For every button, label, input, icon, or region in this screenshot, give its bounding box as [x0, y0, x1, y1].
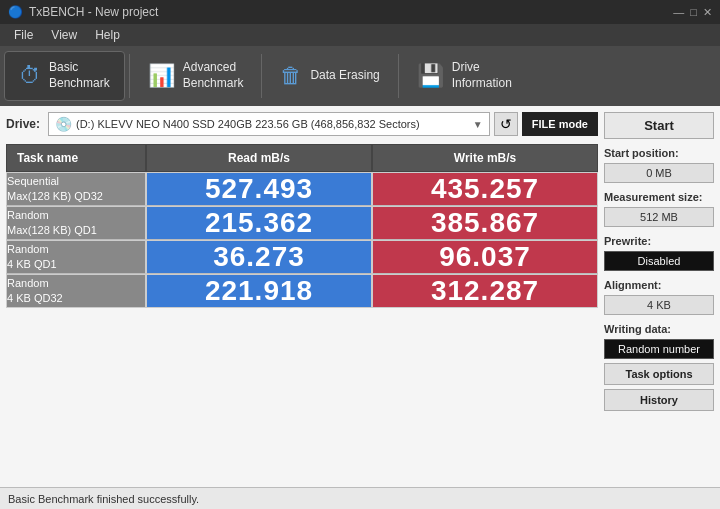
- left-panel: Drive: 💿 (D:) KLEVV NEO N400 SSD 240GB 2…: [6, 112, 598, 481]
- toolbar-basic-benchmark[interactable]: ⏱ BasicBenchmark: [4, 51, 125, 101]
- col-write: Write mB/s: [372, 144, 598, 172]
- drive-information-label: DriveInformation: [452, 60, 512, 91]
- close-btn[interactable]: ✕: [703, 6, 712, 19]
- write-random-4kb-qd1: 96.037: [372, 240, 598, 274]
- drive-information-icon: 💾: [417, 63, 444, 89]
- window-controls[interactable]: — □ ✕: [673, 6, 712, 19]
- maximize-btn[interactable]: □: [690, 6, 697, 19]
- menu-view[interactable]: View: [43, 26, 85, 44]
- benchmark-table: Task name Read mB/s Write mB/s Sequentia…: [6, 144, 598, 308]
- measurement-size-label: Measurement size:: [604, 191, 714, 203]
- separator-1: [129, 54, 130, 98]
- app-title: TxBENCH - New project: [29, 5, 158, 19]
- title-bar: 🔵 TxBENCH - New project — □ ✕: [0, 0, 720, 24]
- table-header-row: Task name Read mB/s Write mB/s: [6, 144, 598, 172]
- table-row: RandomMax(128 KB) QD1 215.362 385.867: [6, 206, 598, 240]
- col-read: Read mB/s: [146, 144, 372, 172]
- drive-refresh-button[interactable]: ↺: [494, 112, 518, 136]
- col-task-name: Task name: [6, 144, 146, 172]
- drive-label: Drive:: [6, 117, 40, 131]
- measurement-size-value: 512 MB: [604, 207, 714, 227]
- data-erasing-icon: 🗑: [280, 63, 302, 89]
- start-button[interactable]: Start: [604, 112, 714, 139]
- drive-small-icon: 💿: [55, 116, 72, 132]
- drive-row: Drive: 💿 (D:) KLEVV NEO N400 SSD 240GB 2…: [6, 112, 598, 136]
- writing-data-value[interactable]: Random number: [604, 339, 714, 359]
- alignment-label: Alignment:: [604, 279, 714, 291]
- file-mode-button[interactable]: FILE mode: [522, 112, 598, 136]
- read-sequential: 527.493: [146, 172, 372, 206]
- task-random-4kb-qd32: Random4 KB QD32: [6, 274, 146, 308]
- start-position-label: Start position:: [604, 147, 714, 159]
- read-random-4kb-qd32: 221.918: [146, 274, 372, 308]
- toolbar-drive-information[interactable]: 💾 DriveInformation: [403, 51, 526, 101]
- task-random-4kb-qd1: Random4 KB QD1: [6, 240, 146, 274]
- toolbar-data-erasing[interactable]: 🗑 Data Erasing: [266, 51, 393, 101]
- menu-help[interactable]: Help: [87, 26, 128, 44]
- advanced-benchmark-label: AdvancedBenchmark: [183, 60, 244, 91]
- alignment-value: 4 KB: [604, 295, 714, 315]
- prewrite-label: Prewrite:: [604, 235, 714, 247]
- menu-bar: File View Help: [0, 24, 720, 46]
- task-random-128-qd1: RandomMax(128 KB) QD1: [6, 206, 146, 240]
- status-text: Basic Benchmark finished successfully.: [8, 493, 199, 505]
- status-bar: Basic Benchmark finished successfully.: [0, 487, 720, 509]
- task-options-button[interactable]: Task options: [604, 363, 714, 385]
- menu-file[interactable]: File: [6, 26, 41, 44]
- history-button[interactable]: History: [604, 389, 714, 411]
- drive-value: (D:) KLEVV NEO N400 SSD 240GB 223.56 GB …: [76, 118, 469, 130]
- writing-data-label: Writing data:: [604, 323, 714, 335]
- advanced-benchmark-icon: 📊: [148, 63, 175, 89]
- separator-2: [261, 54, 262, 98]
- read-random-4kb-qd1: 36.273: [146, 240, 372, 274]
- basic-benchmark-icon: ⏱: [19, 63, 41, 89]
- main-content: Drive: 💿 (D:) KLEVV NEO N400 SSD 240GB 2…: [0, 106, 720, 487]
- table-row: SequentialMax(128 KB) QD32 527.493 435.2…: [6, 172, 598, 206]
- toolbar-advanced-benchmark[interactable]: 📊 AdvancedBenchmark: [134, 51, 258, 101]
- prewrite-value[interactable]: Disabled: [604, 251, 714, 271]
- separator-3: [398, 54, 399, 98]
- write-sequential: 435.257: [372, 172, 598, 206]
- write-random-128-qd1: 385.867: [372, 206, 598, 240]
- minimize-btn[interactable]: —: [673, 6, 684, 19]
- write-random-4kb-qd32: 312.287: [372, 274, 598, 308]
- data-erasing-label: Data Erasing: [310, 68, 379, 84]
- drive-dropdown-arrow[interactable]: ▼: [473, 119, 483, 130]
- drive-select-wrapper[interactable]: 💿 (D:) KLEVV NEO N400 SSD 240GB 223.56 G…: [48, 112, 490, 136]
- basic-benchmark-label: BasicBenchmark: [49, 60, 110, 91]
- start-position-value: 0 MB: [604, 163, 714, 183]
- right-panel: Start Start position: 0 MB Measurement s…: [604, 112, 714, 481]
- app-icon: 🔵: [8, 5, 23, 19]
- read-random-128-qd1: 215.362: [146, 206, 372, 240]
- task-sequential: SequentialMax(128 KB) QD32: [6, 172, 146, 206]
- table-row: Random4 KB QD32 221.918 312.287: [6, 274, 598, 308]
- toolbar: ⏱ BasicBenchmark 📊 AdvancedBenchmark 🗑 D…: [0, 46, 720, 106]
- table-row: Random4 KB QD1 36.273 96.037: [6, 240, 598, 274]
